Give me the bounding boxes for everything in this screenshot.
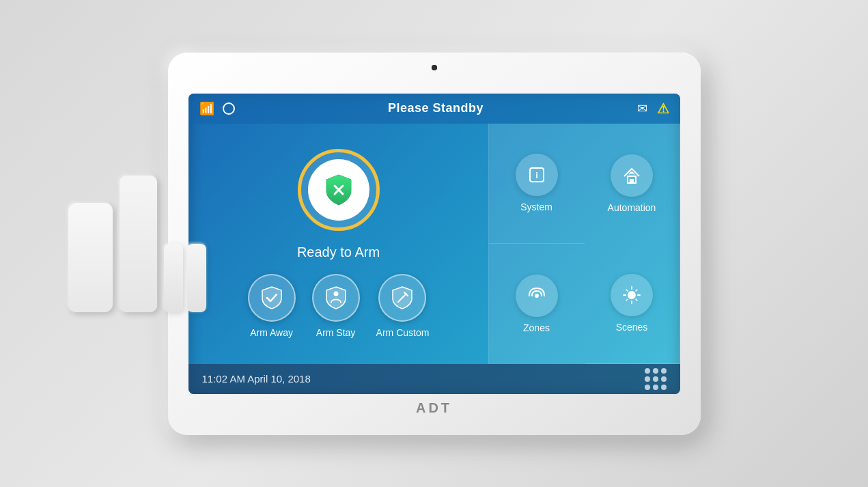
- apps-grid-icon[interactable]: [645, 368, 667, 390]
- zones-icon: [527, 286, 547, 306]
- zones-label: Zones: [523, 322, 550, 333]
- sensor-small-1: [164, 244, 183, 312]
- arm-stay-label: Arm Stay: [316, 327, 356, 338]
- status-title: Please Standby: [388, 101, 484, 115]
- wifi-icon: 📶: [199, 101, 214, 116]
- svg-point-9: [535, 294, 539, 298]
- arm-stay-circle: [312, 274, 360, 322]
- arm-away-shield-icon: [259, 285, 285, 311]
- camera: [432, 65, 437, 70]
- automation-icon: [621, 165, 642, 186]
- badge-inner: [308, 159, 369, 221]
- sensors-group: [68, 176, 206, 312]
- circle-icon: [223, 102, 235, 115]
- zones-icon-circle: [516, 275, 558, 317]
- arm-stay-shield-icon: [323, 285, 349, 311]
- status-left: 📶: [199, 101, 235, 116]
- adt-brand-label: ADT: [416, 400, 452, 416]
- left-panel: Ready to Arm Arm: [188, 124, 489, 364]
- right-panel: › i System: [489, 124, 680, 364]
- scenes-button[interactable]: Scenes: [585, 244, 680, 364]
- datetime-display: 11:02 AM April 10, 2018: [202, 373, 311, 385]
- svg-text:i: i: [535, 170, 538, 180]
- svg-line-16: [636, 299, 637, 301]
- svg-line-18: [626, 299, 628, 301]
- sensor-medium: [120, 176, 157, 312]
- screen: 📶 Please Standby ✉ ⚠: [188, 94, 680, 394]
- svg-point-2: [333, 292, 338, 296]
- svg-point-10: [628, 291, 636, 299]
- ready-badge[interactable]: [298, 149, 380, 231]
- automation-icon-circle: [611, 154, 653, 197]
- arm-buttons: Arm Away: [248, 274, 430, 338]
- scenes-icon: [621, 285, 642, 305]
- scenes-icon-circle: [611, 274, 653, 316]
- system-icon-circle: i: [516, 154, 558, 196]
- automation-button[interactable]: Automation: [585, 124, 680, 244]
- system-icon: i: [527, 165, 547, 185]
- warning-icon: ⚠: [657, 100, 669, 117]
- sensor-large: [68, 203, 113, 312]
- main-shield-icon: [321, 172, 356, 208]
- svg-line-17: [636, 290, 637, 291]
- arm-custom-shield-icon: [389, 285, 415, 311]
- arm-stay-button[interactable]: Arm Stay: [312, 274, 360, 338]
- svg-line-15: [626, 290, 628, 291]
- arm-custom-label: Arm Custom: [376, 327, 430, 338]
- system-label: System: [520, 201, 552, 212]
- system-button[interactable]: i System: [489, 124, 585, 244]
- bottom-bar: 11:02 AM April 10, 2018: [188, 364, 680, 394]
- status-bar: 📶 Please Standby ✉ ⚠: [188, 94, 680, 124]
- main-content: Ready to Arm Arm: [188, 124, 680, 364]
- mail-icon: ✉: [637, 101, 647, 116]
- automation-label: Automation: [608, 202, 656, 213]
- scene: 📶 Please Standby ✉ ⚠: [0, 0, 868, 487]
- sensor-small-group: [164, 244, 206, 312]
- status-right: ✉ ⚠: [637, 100, 669, 117]
- arm-custom-button[interactable]: Arm Custom: [376, 274, 430, 338]
- arm-custom-circle: [378, 274, 426, 322]
- zones-button[interactable]: Zones: [489, 244, 585, 364]
- arm-away-button[interactable]: Arm Away: [248, 274, 296, 338]
- arm-away-circle: [248, 274, 296, 322]
- scenes-label: Scenes: [616, 322, 648, 333]
- adt-device: 📶 Please Standby ✉ ⚠: [168, 53, 701, 435]
- ready-label: Ready to Arm: [297, 245, 380, 260]
- arm-away-label: Arm Away: [250, 327, 293, 338]
- svg-rect-8: [630, 179, 634, 183]
- sensor-small-2: [187, 244, 206, 312]
